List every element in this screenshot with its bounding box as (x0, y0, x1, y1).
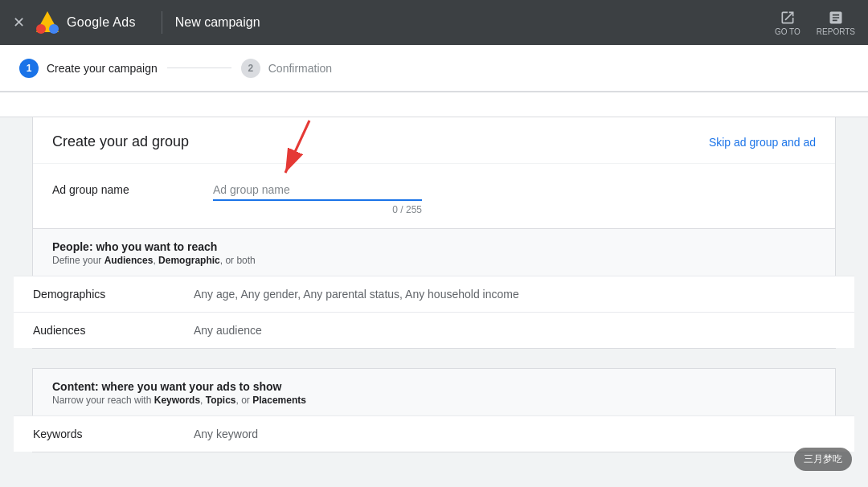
ad-group-name-field: 0 / 255 (213, 177, 816, 215)
step-2-circle: 2 (241, 59, 260, 78)
scroll-area-top (0, 92, 868, 117)
google-ads-logo: Google Ads (35, 10, 136, 35)
audiences-value: Any audience (194, 324, 262, 337)
reports-button[interactable]: REPORTS (817, 10, 855, 36)
step-bar: 1 Create your campaign 2 Confirmation (0, 45, 868, 92)
step-connector (167, 68, 231, 68)
people-section-header: People: who you want to reach Define you… (33, 229, 835, 266)
nav-icons: GO TO REPORTS (775, 10, 855, 36)
top-navigation: ✕ Google Ads New campaign GO TO REPORTS (0, 0, 868, 45)
logo-text: Google Ads (67, 15, 136, 30)
ad-group-section-title: Create your ad group (52, 133, 189, 150)
keywords-value: Any keyword (194, 428, 258, 440)
skip-ad-group-link[interactable]: Skip ad group and ad (709, 136, 816, 149)
nav-divider (162, 11, 162, 34)
reports-label: REPORTS (817, 27, 855, 36)
goto-button[interactable]: GO TO (775, 10, 800, 36)
content-section: Content: where you want your ads to show… (32, 368, 836, 452)
people-section-subtitle: Define your Audiences, Demographic, or b… (52, 255, 816, 266)
ad-group-name-input[interactable] (213, 177, 422, 201)
main-content: Create your ad group Skip ad group and a… (0, 117, 868, 452)
ad-group-name-row: Ad group name 0 / 255 (33, 163, 835, 228)
audiences-bold: Audiences (104, 255, 154, 266)
demographics-value: Any age, Any gender, Any parental status… (194, 288, 519, 301)
svg-point-1 (49, 24, 59, 34)
step-1-circle: 1 (19, 59, 39, 78)
audiences-label: Audiences (33, 324, 194, 337)
step-2-label: Confirmation (268, 62, 332, 75)
topics-bold: Topics (206, 395, 236, 406)
step-1-label: Create your campaign (47, 62, 158, 75)
demographics-row[interactable]: Demographics Any age, Any gender, Any pa… (14, 276, 854, 312)
people-section: People: who you want to reach Define you… (32, 229, 836, 349)
watermark: 三月梦吃 (794, 448, 852, 452)
svg-point-2 (36, 24, 46, 34)
people-section-title: People: who you want to reach (52, 240, 816, 253)
keywords-bold: Keywords (154, 395, 200, 406)
char-count: 0 / 255 (213, 204, 422, 215)
demographic-bold: Demographic (158, 255, 220, 266)
page-title: New campaign (175, 15, 775, 30)
content-section-title: Content: where you want your ads to show (52, 380, 816, 393)
step-1: 1 Create your campaign (19, 59, 158, 78)
ad-group-name-label: Ad group name (52, 177, 213, 196)
placements-bold: Placements (252, 395, 306, 406)
step-2: 2 Confirmation (241, 59, 332, 78)
goto-label: GO TO (775, 27, 800, 36)
demographics-label: Demographics (33, 288, 194, 301)
audiences-row[interactable]: Audiences Any audience (14, 312, 854, 348)
keywords-row[interactable]: Keywords Any keyword (14, 415, 854, 452)
ad-group-section-header: Create your ad group Skip ad group and a… (33, 117, 835, 163)
close-button[interactable]: ✕ (13, 14, 25, 31)
content-section-header: Content: where you want your ads to show… (33, 369, 835, 406)
keywords-label: Keywords (33, 428, 194, 440)
content-section-subtitle: Narrow your reach with Keywords, Topics,… (52, 395, 816, 406)
